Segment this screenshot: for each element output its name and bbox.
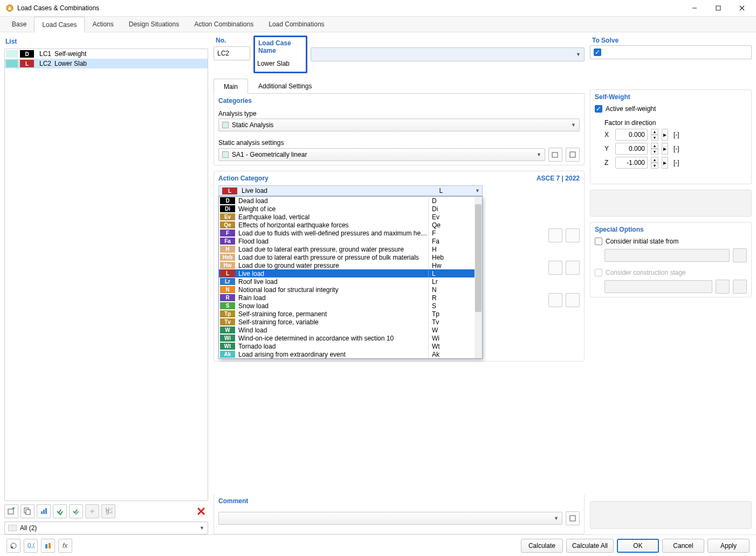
active-self-weight-checkbox[interactable]: ✓	[595, 105, 602, 113]
list-item[interactable]: D LC1 Self-weight	[5, 49, 208, 59]
spinner[interactable]: ▲▼	[651, 143, 658, 155]
spinner[interactable]: ▲▼	[651, 129, 658, 141]
static-settings-label: Static analysis settings	[218, 137, 580, 148]
action-category-option[interactable]: Wi Wind-on-ice determined in accordance …	[219, 334, 482, 342]
initial-state-checkbox[interactable]	[595, 238, 602, 245]
action-category-option[interactable]: W Wind load W	[219, 326, 482, 334]
option-symbol: N	[428, 286, 482, 294]
tab-main[interactable]: Main	[214, 79, 248, 94]
action-category-option[interactable]: Ak Load arising from extraordinary event…	[219, 350, 482, 358]
list-item[interactable]: L LC2 Lower Slab	[5, 59, 208, 68]
uncheck-all-button[interactable]	[69, 504, 83, 518]
tab-base[interactable]: Base	[4, 17, 34, 32]
aux-new-3[interactable]	[548, 293, 562, 307]
close-button[interactable]	[730, 1, 754, 16]
aux-edit-1[interactable]	[566, 228, 580, 242]
action-category-option[interactable]: Fa Flood load Fa	[219, 237, 482, 245]
action-category-option[interactable]: N Notional load for structural integrity…	[219, 286, 482, 294]
tab-design-situations[interactable]: Design Situations	[121, 17, 187, 32]
factor-input-x[interactable]	[615, 129, 648, 141]
option-name: Load due to ground water pressure	[237, 262, 428, 269]
script-button[interactable]: fx	[58, 539, 72, 553]
comment-select[interactable]: ▼	[218, 512, 562, 525]
new-button[interactable]	[4, 504, 18, 518]
action-category-select[interactable]: L Live load L ▼	[218, 185, 483, 196]
apply-button[interactable]: Apply	[707, 539, 750, 553]
load-case-list[interactable]: D LC1 Self-weight L LC2 Lower Slab	[4, 48, 208, 501]
initial-state-edit-button[interactable]	[733, 248, 747, 262]
factor-input-y[interactable]	[615, 143, 648, 155]
construction-stage-edit-button	[733, 280, 747, 294]
action-category-option[interactable]: Wt Tornado load Wt	[219, 342, 482, 350]
spinner[interactable]: ▲▼	[651, 157, 658, 169]
edit-settings-button[interactable]	[566, 148, 580, 162]
maximize-button[interactable]	[706, 1, 730, 16]
tab-action-combinations[interactable]: Action Combinations	[187, 17, 261, 32]
sort-button[interactable]: 0-99-0	[101, 504, 115, 518]
initial-state-select[interactable]	[604, 249, 730, 262]
action-category-option[interactable]: Hw Load due to ground water pressure Hw	[219, 261, 482, 269]
action-category-dropdown[interactable]: D Dead load DDi Weight of ice DiEv Earth…	[218, 196, 483, 359]
aux-edit-2[interactable]	[566, 261, 580, 275]
to-solve-checkbox[interactable]: ✓	[594, 48, 601, 56]
action-category-option[interactable]: Tv Self-straining force, variable Tv	[219, 318, 482, 326]
copy-button[interactable]	[20, 504, 35, 518]
aux-edit-3[interactable]	[566, 293, 580, 307]
option-symbol: Lr	[428, 278, 482, 286]
tab-additional-settings[interactable]: Additional Settings	[248, 79, 322, 93]
calculate-button[interactable]: Calculate	[521, 539, 563, 553]
action-category-option[interactable]: D Dead load D	[219, 197, 482, 205]
graph-button[interactable]	[37, 504, 51, 518]
action-category-option[interactable]: L Live load L	[219, 269, 482, 277]
option-name: Notional load for structural integrity	[237, 286, 428, 294]
cancel-button[interactable]: Cancel	[662, 539, 704, 553]
unit-menu[interactable]: ▸	[662, 157, 668, 169]
static-settings-select[interactable]: SA1 - Geometrically linear ▼	[218, 148, 545, 161]
minimize-button[interactable]	[683, 1, 706, 16]
category-badge: Ev	[220, 213, 235, 220]
option-symbol: Di	[428, 205, 482, 213]
check-all-button[interactable]	[53, 504, 67, 518]
move-button[interactable]	[85, 504, 99, 518]
factor-direction-label: Factor in direction	[595, 114, 747, 129]
comment-edit-button[interactable]	[566, 511, 580, 525]
action-category-option[interactable]: Ev Earthquake load, vertical Ev	[219, 213, 482, 221]
special-options-title: Special Options	[595, 226, 644, 233]
list-filter-select[interactable]: All (2) ▼	[4, 522, 208, 534]
action-category-option[interactable]: Tp Self-straining force, permanent Tp	[219, 310, 482, 318]
load-case-name-select[interactable]: ▼	[311, 47, 585, 61]
option-symbol: Tv	[428, 318, 482, 326]
analysis-type-select[interactable]: Static Analysis ▼	[218, 119, 580, 131]
no-label: No.	[214, 36, 250, 45]
action-category-option[interactable]: S Snow load S	[219, 302, 482, 310]
unit-menu[interactable]: ▸	[662, 143, 668, 155]
no-input[interactable]: LC2	[214, 46, 250, 60]
model-button[interactable]	[41, 539, 55, 553]
action-category-option[interactable]: Di Weight of ice Di	[219, 205, 482, 213]
tab-load-combinations[interactable]: Load Combinations	[261, 17, 332, 32]
option-name: Wind-on-ice determined in accordance wit…	[237, 335, 428, 342]
action-category-option[interactable]: Heb Load due to lateral earth pressure o…	[219, 253, 482, 261]
ok-button[interactable]: OK	[617, 539, 659, 553]
option-symbol: Ak	[428, 351, 482, 358]
aux-new-1[interactable]	[548, 228, 562, 242]
load-case-name-value: Lower Slab	[257, 60, 290, 67]
new-settings-button[interactable]	[548, 148, 562, 162]
action-category-option[interactable]: R Rain load R	[219, 294, 482, 302]
scrollbar-thumb[interactable]	[475, 204, 482, 312]
action-category-option[interactable]: H Load due to lateral earth pressure, gr…	[219, 245, 482, 253]
help-button[interactable]	[6, 539, 20, 553]
delete-button[interactable]	[194, 504, 208, 518]
calculate-all-button[interactable]: Calculate All	[566, 539, 614, 553]
button-bar: 0,00 fx Calculate Calculate All OK Cance…	[0, 534, 756, 556]
units-button[interactable]: 0,00	[24, 539, 38, 553]
tab-load-cases[interactable]: Load Cases	[34, 17, 85, 32]
unit-menu[interactable]: ▸	[662, 129, 668, 141]
tab-actions[interactable]: Actions	[85, 17, 121, 32]
dropdown-scrollbar[interactable]	[475, 197, 482, 358]
action-category-option[interactable]: Qe Effects of horizontal earthquake forc…	[219, 221, 482, 229]
action-category-option[interactable]: F Load due to fluids with well-defined p…	[219, 229, 482, 237]
factor-input-z[interactable]	[615, 157, 648, 169]
aux-new-2[interactable]	[548, 261, 562, 275]
action-category-option[interactable]: Lr Roof live load Lr	[219, 277, 482, 286]
